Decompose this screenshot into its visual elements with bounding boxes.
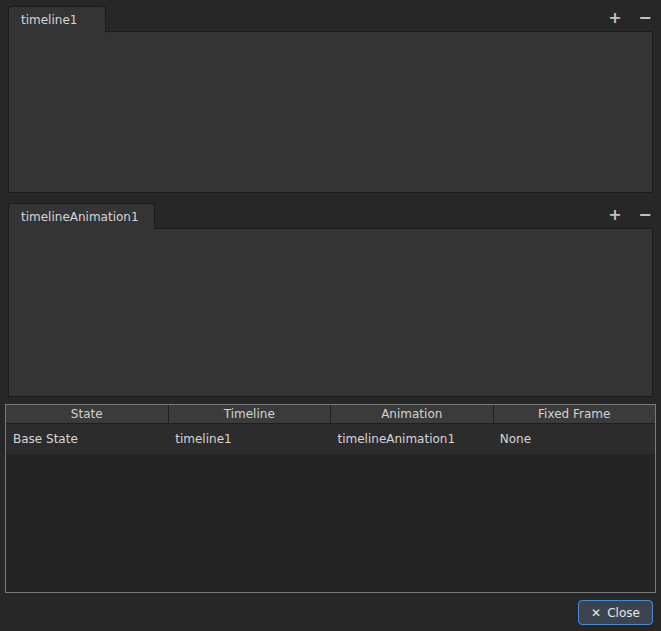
- tab-timeline1[interactable]: timeline1: [8, 6, 106, 33]
- add-timeline-button[interactable]: +: [604, 8, 626, 28]
- table-cell: timeline1: [168, 424, 330, 454]
- remove-animation-button[interactable]: −: [634, 205, 656, 225]
- table-cell: Base State: [6, 424, 168, 454]
- table-header-cell[interactable]: State: [6, 405, 169, 423]
- close-button-label: Close: [607, 606, 640, 620]
- timeline-settings-dialog: { "icons": { "add": "+", "remove": "−", …: [0, 0, 661, 631]
- tab-timelineanimation1-label: timelineAnimation1: [21, 210, 139, 224]
- table-row[interactable]: Base Statetimeline1timelineAnimation1Non…: [6, 424, 655, 455]
- states-table: StateTimelineAnimationFixed Frame Base S…: [5, 404, 656, 593]
- minus-icon: −: [638, 207, 651, 223]
- table-header-row: StateTimelineAnimationFixed Frame: [6, 405, 655, 424]
- animation-settings-groupbox: [8, 228, 653, 397]
- tab-timelineanimation1[interactable]: timelineAnimation1: [8, 203, 155, 230]
- close-icon: ✕: [591, 606, 601, 620]
- add-animation-button[interactable]: +: [604, 205, 626, 225]
- plus-icon: +: [608, 207, 621, 223]
- table-cell: timelineAnimation1: [331, 424, 493, 454]
- timeline-settings-groupbox: [8, 31, 653, 193]
- table-header-cell[interactable]: Timeline: [169, 405, 332, 423]
- table-body: Base Statetimeline1timelineAnimation1Non…: [6, 424, 655, 592]
- plus-icon: +: [608, 10, 621, 26]
- table-header-cell[interactable]: Fixed Frame: [494, 405, 656, 423]
- close-button[interactable]: ✕ Close: [578, 600, 653, 625]
- tab-timeline1-label: timeline1: [21, 13, 77, 27]
- table-cell: None: [493, 424, 655, 454]
- table-header-cell[interactable]: Animation: [331, 405, 494, 423]
- minus-icon: −: [638, 10, 651, 26]
- remove-timeline-button[interactable]: −: [634, 8, 656, 28]
